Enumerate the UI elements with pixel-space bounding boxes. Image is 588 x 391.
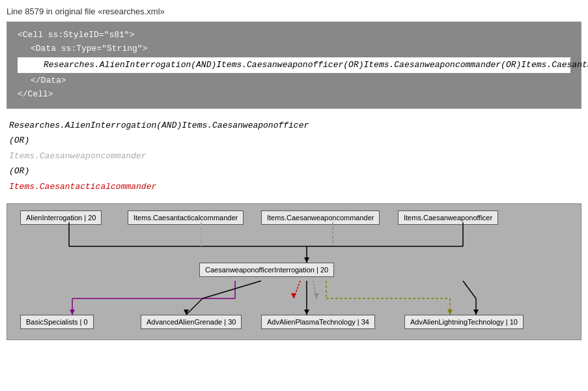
parsed-line-3: Items.Caesanweaponcommander (9, 149, 581, 164)
svg-marker-26 (447, 310, 453, 315)
diagram-area: AlienInterrogation | 20 Items.Caesantact… (7, 203, 581, 340)
parsed-block: Researches.AlienInterrogation(AND)Items.… (7, 118, 581, 194)
svg-marker-12 (70, 310, 75, 315)
xml-highlight-content: Researches.AlienInterrogation(AND)Items.… (18, 57, 570, 74)
xml-line-5: </Cell> (18, 88, 570, 102)
node-adv-alien-grenade: AdvancedAlienGrenade | 30 (141, 315, 242, 329)
svg-marker-29 (473, 310, 479, 315)
svg-marker-20 (304, 310, 309, 315)
node-caesan-officer-interrogation: CaesanweaponofficerInterrogation | 20 (199, 263, 334, 277)
xml-line-1: <Cell ss:StyleID="s81"> (18, 29, 570, 42)
parsed-line-5: Items.Caesantacticalcommander (9, 179, 581, 194)
svg-line-27 (463, 281, 476, 298)
node-tactical-commander: Items.Caesantacticalcommander (128, 210, 244, 225)
xml-line-2: <Data ss:Type="String"> (18, 42, 570, 56)
node-adv-lightning-tech: AdvAlienLightningTechnology | 10 (404, 315, 524, 329)
svg-marker-3 (304, 257, 309, 263)
parsed-line-4: (OR) (9, 164, 581, 179)
svg-marker-22 (314, 293, 319, 298)
parsed-line-2: (OR) (9, 133, 581, 148)
svg-marker-18 (291, 293, 296, 298)
node-weapon-officer: Items.Caesanweaponofficer (398, 210, 498, 225)
header-line: Line 8579 in original file «researches.x… (7, 7, 581, 16)
parsed-line-1: Researches.AlienInterrogation(AND)Items.… (9, 118, 581, 133)
node-alien-interrogation: AlienInterrogation | 20 (20, 210, 102, 225)
svg-marker-15 (184, 310, 189, 315)
xml-block: <Cell ss:StyleID="s81"> <Data ss:Type="S… (7, 22, 581, 109)
svg-line-13 (203, 281, 261, 298)
node-basic-specialists: BasicSpecialists | 0 (20, 315, 94, 329)
node-adv-plasma-tech: AdvAlienPlasmaTechnology | 34 (261, 315, 375, 329)
svg-line-21 (313, 281, 316, 298)
svg-line-14 (186, 298, 203, 315)
node-weapon-commander: Items.Caesanweaponcommander (261, 210, 380, 225)
xml-line-4: </Data> (18, 74, 570, 88)
svg-line-17 (294, 281, 300, 298)
